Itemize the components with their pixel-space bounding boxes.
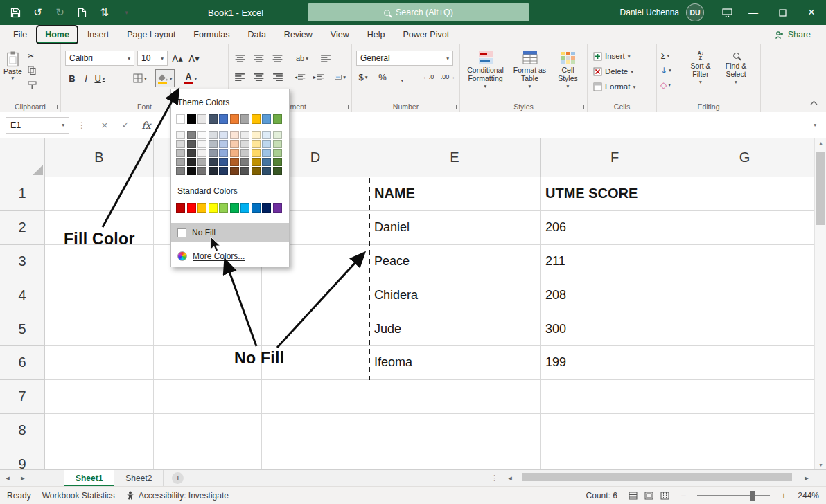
cell-B8[interactable] — [45, 414, 154, 448]
cell-B7[interactable] — [45, 380, 154, 414]
save-icon[interactable] — [10, 7, 21, 19]
cell-edge[interactable] — [800, 312, 814, 346]
cell-G3[interactable] — [689, 245, 800, 279]
decrease-indent-button[interactable]: ◂ — [293, 69, 307, 84]
new-file-icon[interactable] — [76, 7, 88, 19]
theme-variant-swatch[interactable] — [252, 158, 261, 166]
vertical-scrollbar[interactable]: ▴ ▾ — [814, 138, 826, 469]
expand-formula-bar-icon[interactable]: ▾ — [809, 122, 820, 128]
cell-E5[interactable]: Jude — [369, 312, 541, 346]
row-header-1[interactable]: 1 — [0, 177, 45, 211]
cell-C9[interactable] — [154, 447, 262, 469]
theme-variant-swatch[interactable] — [273, 167, 282, 175]
cell-F4[interactable]: 208 — [541, 278, 689, 312]
theme-variant-swatch[interactable] — [197, 158, 206, 166]
column-header-G[interactable]: G — [689, 138, 800, 177]
theme-color-swatch[interactable] — [209, 114, 218, 124]
cell-E6[interactable]: Ifeoma — [369, 346, 541, 380]
shrink-font-button[interactable]: A▾ — [187, 51, 201, 66]
workbook-statistics-button[interactable]: Workbook Statistics — [42, 491, 115, 501]
horizontal-scrollbar[interactable]: ◂ ▸ — [502, 470, 814, 486]
theme-variant-swatch[interactable] — [230, 149, 239, 157]
theme-variant-swatch[interactable] — [209, 167, 218, 175]
theme-variant-swatch[interactable] — [197, 140, 206, 148]
scroll-down-icon[interactable]: ▾ — [815, 462, 826, 468]
add-sheet-button[interactable]: + — [172, 472, 184, 484]
theme-color-swatch[interactable] — [273, 114, 282, 124]
comma-style-button[interactable]: , — [395, 69, 409, 84]
font-size-combo[interactable]: 10 ▾ — [137, 51, 168, 66]
standard-color-swatch[interactable] — [252, 203, 261, 213]
cell-D5[interactable] — [262, 312, 369, 346]
select-all-corner[interactable] — [0, 138, 45, 177]
undo-icon[interactable]: ↺ — [32, 7, 44, 19]
autosum-button[interactable]: Σ▾ — [658, 48, 683, 63]
find-select-button[interactable]: Find & Select ▾ — [718, 48, 754, 92]
standard-color-swatch[interactable] — [219, 203, 228, 213]
theme-variant-swatch[interactable] — [187, 149, 196, 157]
underline-button[interactable]: U▾ — [93, 71, 107, 86]
cell-F7[interactable] — [541, 380, 689, 414]
theme-variant-swatch[interactable] — [273, 158, 282, 166]
format-as-table-button[interactable]: Format as Table ▾ — [511, 48, 550, 92]
theme-variant-swatch[interactable] — [230, 158, 239, 166]
ribbon-tab-data[interactable]: Data — [238, 25, 274, 44]
theme-color-swatch[interactable] — [252, 114, 261, 124]
insert-function-icon[interactable]: fx — [136, 120, 157, 131]
theme-variant-swatch[interactable] — [230, 131, 239, 139]
standard-color-swatch[interactable] — [197, 203, 206, 213]
theme-variant-swatch[interactable] — [240, 167, 249, 175]
standard-color-swatch[interactable] — [240, 203, 249, 213]
align-bottom-button[interactable] — [270, 51, 284, 66]
search-box[interactable]: Search (Alt+Q) — [308, 3, 529, 21]
cell-C6[interactable] — [154, 346, 262, 380]
cell-G4[interactable] — [689, 278, 800, 312]
sort-icon[interactable]: ⇅ — [98, 7, 110, 19]
theme-variant-swatch[interactable] — [273, 131, 282, 139]
bold-button[interactable]: B — [65, 71, 79, 86]
theme-variant-swatch[interactable] — [176, 140, 185, 148]
increase-indent-button[interactable]: ▸ — [312, 69, 326, 84]
cell-B9[interactable] — [45, 447, 154, 469]
cell-E9[interactable] — [369, 447, 541, 469]
zoom-out-button[interactable]: − — [680, 490, 686, 501]
name-box[interactable]: E1 ▾ — [6, 117, 69, 134]
theme-variant-swatch[interactable] — [262, 140, 271, 148]
cell-C5[interactable] — [154, 312, 262, 346]
fill-button[interactable]: ↓▾ — [658, 63, 683, 78]
theme-color-swatch[interactable] — [176, 114, 185, 124]
theme-variant-swatch[interactable] — [187, 131, 196, 139]
collapse-ribbon-icon[interactable] — [810, 96, 818, 108]
row-header-6[interactable]: 6 — [0, 346, 45, 380]
theme-variant-swatch[interactable] — [240, 158, 249, 166]
theme-variant-swatch[interactable] — [209, 149, 218, 157]
ribbon-tab-help[interactable]: Help — [358, 25, 394, 44]
align-left-button[interactable] — [233, 69, 247, 84]
column-header-B[interactable]: B — [45, 138, 154, 177]
format-painter-button[interactable] — [26, 78, 39, 92]
theme-color-swatch[interactable] — [230, 114, 239, 124]
standard-color-swatch[interactable] — [209, 203, 218, 213]
next-sheet-icon[interactable]: ▸ — [15, 474, 30, 483]
cell-G6[interactable] — [689, 346, 800, 380]
standard-color-swatch[interactable] — [273, 203, 282, 213]
cell-E4[interactable]: Chidera — [369, 278, 541, 312]
align-right-button[interactable] — [270, 69, 284, 84]
accounting-format-button[interactable]: $▾ — [356, 69, 370, 84]
cell-G8[interactable] — [689, 414, 800, 448]
font-name-combo[interactable]: Calibri ▾ — [65, 51, 134, 66]
theme-variant-swatch[interactable] — [187, 140, 196, 148]
cell-E2[interactable]: Daniel — [369, 211, 541, 245]
prev-sheet-icon[interactable]: ◂ — [0, 474, 15, 483]
cell-F6[interactable]: 199 — [541, 346, 689, 380]
row-header-4[interactable]: 4 — [0, 278, 45, 312]
minimize-button[interactable]: — — [739, 0, 768, 25]
theme-variant-swatch[interactable] — [187, 167, 196, 175]
dialog-launcher-icon[interactable] — [53, 105, 58, 109]
avatar[interactable]: DU — [686, 3, 704, 21]
theme-variant-swatch[interactable] — [176, 167, 185, 175]
vertical-scroll-thumb[interactable] — [816, 152, 825, 225]
cancel-icon[interactable]: × — [94, 120, 115, 130]
user-name[interactable]: Daniel Uchenna — [620, 8, 679, 17]
clear-button[interactable]: ◇▾ — [658, 78, 683, 92]
